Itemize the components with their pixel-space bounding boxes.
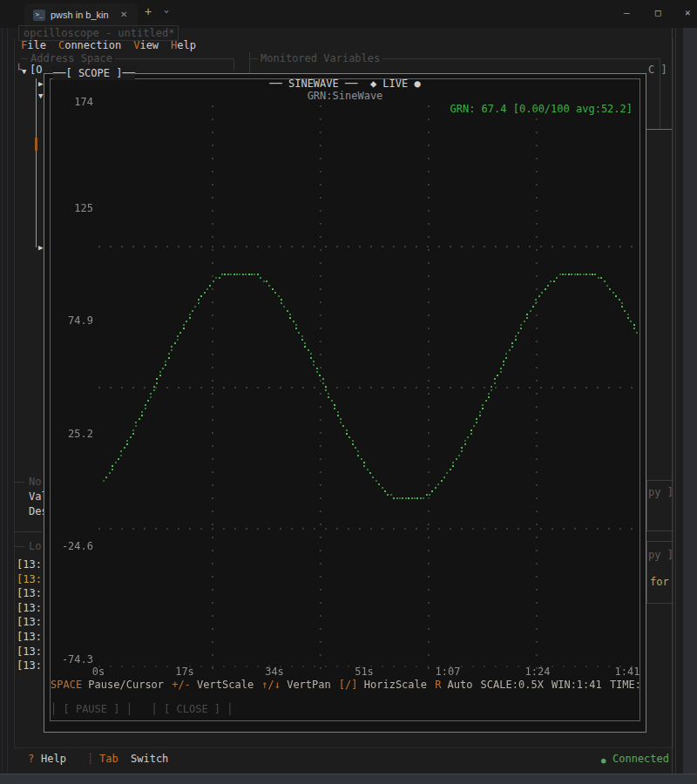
y-tick-label: 174 [74, 95, 93, 109]
menu-item-help[interactable]: Help [171, 39, 196, 51]
log-line: [13: [17, 558, 42, 571]
x-tick-label: 1:07 [436, 665, 461, 679]
window-left-edge2 [7, 28, 8, 774]
window-right-edge [672, 28, 673, 774]
scope-help-item: [/] HorizScale [339, 678, 427, 692]
scope-help-item: R Auto [435, 678, 472, 692]
y-tick-label: 25.2 [68, 427, 93, 441]
window-bottom-edge [0, 774, 697, 784]
tree-guide-line [36, 78, 37, 247]
menu-item-view[interactable]: View [133, 39, 159, 51]
app-right-border [673, 38, 673, 747]
connected-label: Connected [612, 752, 669, 766]
terminal-tab[interactable]: >_ pwsh in b_kin ✕ [24, 3, 138, 28]
statusbar-divider: ┊ [87, 752, 93, 766]
scrollbar-thumb[interactable] [35, 138, 37, 151]
statusbar-help-label[interactable]: Help [41, 752, 66, 766]
menu-item-file[interactable]: File [21, 39, 46, 51]
close-button-scope[interactable]: [ CLOSE ] [164, 703, 220, 715]
window-titlebar: >_ pwsh in b_kin ✕ + ⌄ — □ ✕ [0, 0, 697, 28]
log-panel-title: Lo [29, 539, 41, 553]
new-tab-button[interactable]: + [145, 4, 152, 18]
window-right-edge2 [675, 28, 676, 774]
scope-help-item: WIN:1:41 [552, 678, 602, 692]
node-panel-border [14, 482, 24, 483]
y-tick-label: -24.6 [62, 539, 93, 553]
scope-buttons: │ [ PAUSE ] │ │ [ CLOSE ] │ [51, 702, 233, 716]
menu-item-connection[interactable]: Connection [58, 39, 121, 51]
scope-plot-canvas [51, 79, 641, 722]
node-panel-title: No [29, 475, 41, 489]
app-bottom-border [14, 747, 673, 748]
log-line: [13: [17, 615, 42, 629]
statusbar-help-key[interactable]: ? [28, 752, 34, 766]
log-line: [13: [17, 601, 42, 615]
log-line: [13: [17, 630, 42, 644]
minimize-button[interactable]: — [624, 7, 630, 18]
scope-help-line: SPACE Pause/Cursor+/- VertScale↑/↓ VertP… [51, 678, 641, 692]
scope-window: ──[ SCOPE ]── ── SINEWAVE ── ◆ LIVE ● GR… [44, 73, 646, 733]
log-line: [13: [17, 586, 42, 600]
tree-arrow-icon[interactable]: ▼ [38, 89, 43, 103]
scope-help-item: SCALE:0.5X [481, 678, 544, 692]
connected-dot-icon: ● [601, 754, 606, 767]
powershell-icon: >_ [33, 10, 45, 21]
statusbar-tab-key[interactable]: Tab [99, 752, 118, 766]
maximize-button[interactable]: □ [655, 7, 661, 18]
x-tick-label: 1:24 [525, 665, 551, 679]
window-left-edge [2, 28, 3, 774]
scope-help-item: TIME: [610, 678, 641, 692]
tree-expand-icon[interactable]: ▼ [22, 64, 26, 78]
tab-title: pwsh in b_kin [51, 10, 109, 20]
x-tick-label: 1:41 [615, 665, 640, 679]
copy-button-fragment[interactable]: py ] [648, 548, 673, 562]
terminal-window: >_ pwsh in b_kin ✕ + ⌄ — □ ✕ opcilloscop… [0, 0, 697, 784]
monitored-variables-corner [249, 52, 250, 73]
y-tick-label: 74.9 [68, 314, 93, 328]
pause-button[interactable]: [ PAUSE ] [63, 703, 119, 715]
x-tick-label: 17s [175, 665, 194, 679]
button-fragment-c: C ] [648, 63, 667, 77]
monitored-variables-title: Monitored Variables [258, 51, 382, 65]
x-tick-label: 0s [92, 665, 105, 679]
menu-bar: FileConnectionViewHelp [21, 38, 196, 52]
log-panel-border [14, 546, 24, 547]
scope-help-item: SPACE Pause/Cursor [51, 678, 164, 692]
tree-arrow-icon[interactable]: ▶ [38, 240, 43, 254]
scope-help-item: +/- VertScale [172, 678, 254, 692]
scope-help-item: ↑/↓ VertPan [261, 678, 331, 692]
tree-root-node[interactable]: [O [30, 63, 42, 77]
y-tick-label: 125 [74, 201, 93, 215]
statusbar-switch-label[interactable]: Switch [131, 752, 168, 766]
copy-button-fragment[interactable]: py ] [648, 485, 673, 499]
y-tick-label: -74.3 [62, 652, 93, 666]
close-button[interactable]: ✕ [685, 7, 691, 18]
x-tick-label: 34s [265, 665, 284, 679]
tab-dropdown-icon[interactable]: ⌄ [164, 4, 169, 14]
log-line: [13: [17, 572, 42, 586]
address-space-corner [233, 58, 234, 71]
log-line: [13: [17, 645, 42, 659]
app-left-border [14, 38, 15, 747]
tab-close-icon[interactable]: ✕ [120, 10, 127, 19]
x-tick-label: 51s [355, 665, 374, 679]
node-panel-bottom [14, 531, 43, 532]
log-line: [13: [17, 659, 42, 672]
panel-divider [646, 129, 673, 130]
scrollbar-gutter[interactable] [683, 28, 697, 774]
log-highlight-fragment: for [650, 575, 669, 589]
